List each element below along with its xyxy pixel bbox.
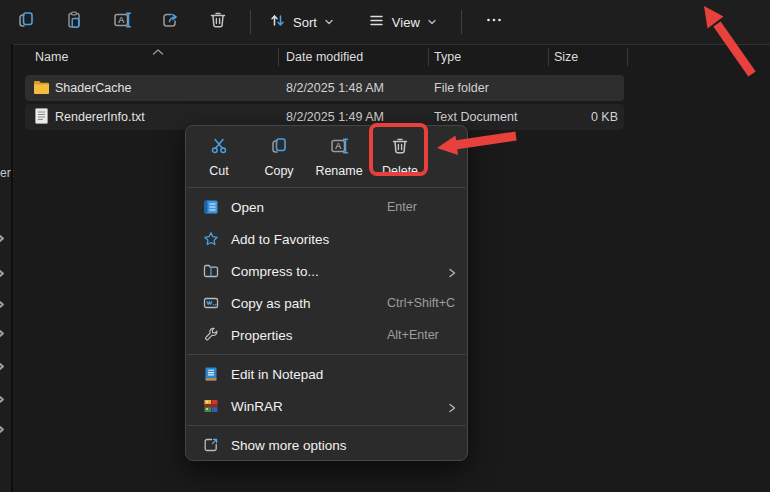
menu-item-label: Properties: [231, 328, 293, 343]
share-icon: [160, 10, 180, 34]
chevron-right-icon[interactable]: [0, 325, 5, 343]
chevron-right-icon[interactable]: [0, 358, 5, 376]
toolbar-separator: [461, 10, 462, 34]
menu-separator: [187, 354, 466, 355]
copy-button[interactable]: Copy: [250, 132, 308, 182]
toolbar-separator: [250, 10, 251, 34]
chevron-down-icon: [324, 15, 334, 30]
rename-button[interactable]: A: [104, 5, 140, 39]
menu-item-label: Show more options: [231, 438, 347, 453]
more-options-button[interactable]: [476, 5, 512, 39]
rename-icon: A: [112, 10, 133, 34]
text-file-icon: [35, 108, 48, 127]
file-type: File folder: [434, 81, 489, 95]
chevron-down-icon: [427, 15, 437, 30]
rename-icon: A: [329, 136, 350, 159]
menu-shortcut: Alt+Enter: [387, 328, 439, 342]
sort-label: Sort: [293, 15, 317, 30]
share-button[interactable]: [152, 5, 188, 39]
pane-splitter[interactable]: [11, 44, 13, 492]
submenu-chevron-icon: [447, 265, 457, 283]
view-label: View: [392, 15, 420, 30]
chevron-right-icon[interactable]: [0, 296, 5, 314]
copy-icon: [16, 10, 36, 34]
copy-icon: [269, 136, 289, 159]
trash-icon: [390, 136, 410, 159]
open-icon: [202, 199, 219, 215]
copy-label: Copy: [264, 164, 293, 178]
rename-button[interactable]: A Rename: [310, 132, 368, 182]
view-icon: [368, 12, 385, 32]
cut-button[interactable]: Cut: [190, 132, 248, 182]
menu-item-label: Copy as path: [231, 296, 311, 311]
file-date: 8/2/2025 1:48 AM: [286, 81, 384, 95]
file-date: 8/2/2025 1:49 AM: [286, 110, 384, 124]
context-menu-action-bar: Cut Copy A Rename: [186, 130, 467, 184]
toolbar-divider: [0, 44, 770, 45]
file-name: ShaderCache: [55, 81, 131, 95]
column-divider[interactable]: [428, 48, 429, 66]
cut-icon: [209, 136, 229, 159]
wrench-icon: [202, 327, 219, 343]
trash-icon: [208, 10, 228, 34]
chevron-right-icon[interactable]: [0, 391, 5, 409]
file-name: RendererInfo.txt: [55, 110, 145, 124]
rename-label: Rename: [315, 164, 362, 178]
column-header-date-modified[interactable]: Date modified: [286, 45, 363, 69]
menu-item-label: Add to Favorites: [231, 232, 329, 247]
delete-button[interactable]: Delete: [371, 132, 429, 182]
notepad-icon: [202, 366, 219, 382]
column-header-size[interactable]: Size: [554, 45, 578, 69]
file-size: 0 KB: [488, 110, 618, 124]
menu-item-label: Open: [231, 200, 264, 215]
delete-button[interactable]: [200, 5, 236, 39]
svg-text:A: A: [335, 141, 341, 151]
menu-item-add-to-favorites[interactable]: Add to Favorites: [186, 223, 467, 255]
menu-item-winrar[interactable]: WinRAR: [186, 390, 467, 422]
menu-item-edit-in-notepad[interactable]: Edit in Notepad: [186, 358, 467, 390]
sort-icon: [269, 12, 286, 32]
column-header-name[interactable]: Name: [35, 45, 68, 69]
copy-as-path-icon: [202, 295, 219, 311]
paste-button[interactable]: [56, 5, 92, 39]
column-header-type[interactable]: Type: [434, 45, 461, 69]
column-divider[interactable]: [627, 48, 628, 66]
menu-item-open[interactable]: Open Enter: [186, 191, 467, 223]
copy-button[interactable]: [8, 5, 44, 39]
view-dropdown[interactable]: View: [358, 5, 447, 39]
menu-item-properties[interactable]: Properties Alt+Enter: [186, 319, 467, 351]
menu-item-show-more-options[interactable]: Show more options: [186, 429, 467, 461]
delete-label: Delete: [382, 164, 418, 178]
more-icon: [485, 11, 503, 33]
cut-label: Cut: [209, 164, 228, 178]
compress-icon: [202, 263, 219, 279]
menu-shortcut: Enter: [387, 200, 417, 214]
folder-icon: [33, 80, 50, 98]
sort-dropdown[interactable]: Sort: [259, 5, 344, 39]
chevron-right-icon[interactable]: [0, 265, 5, 283]
menu-item-label: Edit in Notepad: [231, 367, 323, 382]
menu-separator: [187, 425, 466, 426]
show-more-options-icon: [202, 437, 219, 453]
winrar-icon: [202, 398, 219, 414]
context-menu: Cut Copy A Rename: [185, 125, 468, 461]
toolbar: A: [0, 0, 770, 44]
column-divider[interactable]: [548, 48, 549, 66]
chevron-right-icon[interactable]: [0, 230, 5, 248]
menu-separator: [187, 187, 466, 188]
column-divider[interactable]: [278, 48, 279, 66]
menu-shortcut: Ctrl+Shift+C: [387, 296, 455, 310]
star-icon: [202, 231, 219, 247]
menu-item-copy-as-path[interactable]: Copy as path Ctrl+Shift+C: [186, 287, 467, 319]
paste-icon: [64, 10, 84, 34]
menu-item-compress-to[interactable]: Compress to...: [186, 255, 467, 287]
chevron-right-icon[interactable]: [0, 421, 5, 439]
submenu-chevron-icon: [447, 400, 457, 418]
menu-item-label: Compress to...: [231, 264, 319, 279]
menu-item-label: WinRAR: [231, 399, 283, 414]
sort-ascending-caret-icon: [151, 42, 165, 60]
svg-text:A: A: [118, 15, 124, 25]
file-row-shadercache[interactable]: ShaderCache 8/2/2025 1:48 AM File folder: [25, 75, 624, 101]
